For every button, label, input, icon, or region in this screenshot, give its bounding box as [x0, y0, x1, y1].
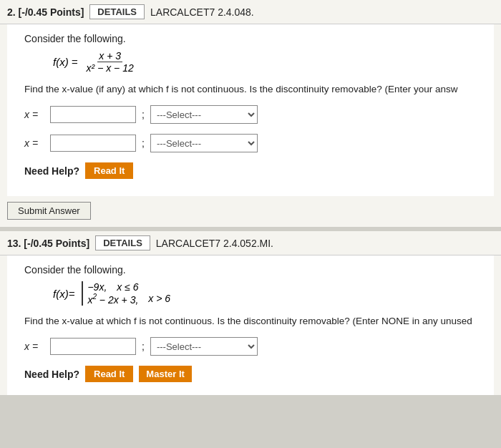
- answer-input-13-1[interactable]: [50, 338, 136, 355]
- semicolon-13-1: ;: [142, 341, 145, 352]
- denominator-12: x² − x − 12: [85, 62, 135, 74]
- formula-line-13: f(x)= −9x, x ≤ 6 x2 − 2x + 3, x > 6: [53, 281, 477, 306]
- problem-13: 13. [-/0.45 Points] DETAILS LARCALCET7 2…: [0, 231, 501, 395]
- need-help-label-12: Need Help?: [24, 165, 79, 177]
- submit-button-12[interactable]: Submit Answer: [7, 202, 91, 220]
- formula-label-13: f(x)=: [53, 288, 74, 300]
- piecewise-cond-13-1: x ≤ 6: [117, 281, 138, 293]
- answer-row-12-1: x = ; ---Select--- removable nonremovabl…: [24, 105, 477, 124]
- need-help-label-13: Need Help?: [24, 369, 79, 380]
- find-text-12: Find the x-value (if any) at which f is …: [24, 82, 477, 97]
- submit-row-12: Submit Answer: [0, 196, 501, 227]
- master-it-button-13[interactable]: Master It: [139, 366, 191, 382]
- answer-input-12-1[interactable]: [50, 106, 136, 123]
- sup-13: 2: [92, 293, 97, 301]
- piecewise-cond-13-2: x > 6: [148, 293, 170, 306]
- piecewise-expr-13-2: x2 − 2x + 3,: [87, 293, 138, 306]
- consider-text-13: Consider the following.: [24, 264, 477, 276]
- select-dropdown-12-1[interactable]: ---Select--- removable nonremovable: [150, 105, 258, 124]
- problem-13-id: LARCALCET7 2.4.052.MI.: [156, 238, 273, 249]
- problem-13-number: 13. [-/0.45 Points]: [7, 238, 89, 249]
- problem-13-badge: DETAILS: [95, 235, 150, 250]
- answer-row-12-2: x = ; ---Select--- removable nonremovabl…: [24, 134, 477, 152]
- consider-text-12: Consider the following.: [24, 33, 477, 44]
- find-text-13: Find the x-value at which f is not conti…: [24, 314, 477, 328]
- problem-12-id: LARCALCET7 2.4.048.: [150, 6, 254, 18]
- semicolon-12-1: ;: [142, 109, 145, 120]
- problem-12-body: Consider the following. f(x) = x + 3 x² …: [7, 24, 494, 196]
- need-help-row-13: Need Help? Read It Master It: [24, 366, 477, 382]
- piecewise-13: −9x, x ≤ 6 x2 − 2x + 3, x > 6: [82, 281, 170, 306]
- semicolon-12-2: ;: [142, 137, 145, 149]
- piecewise-row-13-2: x2 − 2x + 3, x > 6: [87, 293, 170, 306]
- fraction-12: x + 3 x² − x − 12: [85, 50, 135, 74]
- problem-12: 2. [-/0.45 Points] DETAILS LARCALCET7 2.…: [0, 0, 501, 227]
- answer-row-13-1: x = ; ---Select--- removable nonremovabl…: [24, 337, 477, 356]
- numerator-12: x + 3: [97, 50, 122, 62]
- formula-block-12: f(x) = x + 3 x² − x − 12: [53, 50, 477, 74]
- x-label-13-1: x =: [24, 341, 44, 352]
- read-it-button-13[interactable]: Read It: [85, 366, 133, 382]
- piecewise-row-13-1: −9x, x ≤ 6: [87, 281, 138, 293]
- read-it-button-12[interactable]: Read It: [85, 162, 133, 179]
- problem-12-badge: DETAILS: [89, 4, 145, 19]
- formula-line-12: f(x) = x + 3 x² − x − 12: [53, 50, 477, 74]
- need-help-row-12: Need Help? Read It: [24, 162, 477, 179]
- select-dropdown-13-1[interactable]: ---Select--- removable nonremovable: [150, 337, 258, 356]
- problem-12-header: 2. [-/0.45 Points] DETAILS LARCALCET7 2.…: [0, 0, 501, 24]
- problem-13-header: 13. [-/0.45 Points] DETAILS LARCALCET7 2…: [0, 231, 501, 255]
- x-label-12-1: x =: [24, 109, 44, 120]
- select-dropdown-12-2[interactable]: ---Select--- removable nonremovable: [150, 134, 258, 152]
- answer-input-12-2[interactable]: [50, 135, 136, 152]
- formula-label-12: f(x) =: [53, 56, 78, 68]
- problem-13-body: Consider the following. f(x)= −9x, x ≤ 6…: [7, 255, 494, 395]
- formula-block-13: f(x)= −9x, x ≤ 6 x2 − 2x + 3, x > 6: [53, 281, 477, 306]
- x-label-12-2: x =: [24, 137, 44, 149]
- piecewise-expr-13-1: −9x,: [87, 281, 107, 293]
- problem-12-number: 2. [-/0.45 Points]: [7, 6, 84, 18]
